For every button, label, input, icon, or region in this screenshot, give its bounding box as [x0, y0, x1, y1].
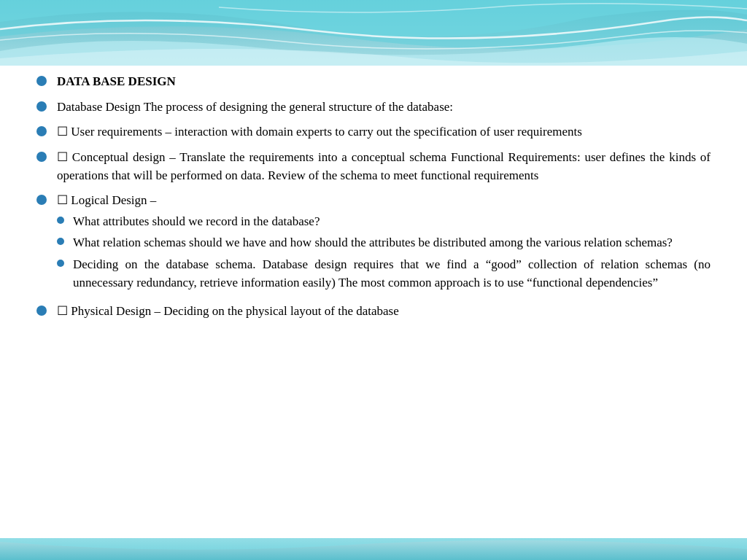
logical-sub3-text: Deciding on the database schema. Databas… — [73, 256, 711, 292]
main-list: DATA BASE DESIGN Database Design The pro… — [36, 73, 711, 321]
logical-subitem-1: What attributes should we record in the … — [57, 213, 711, 231]
logical-sublist: What attributes should we record in the … — [57, 213, 711, 292]
logical-text: ☐ Logical Design – — [57, 193, 156, 207]
user-req-text: ☐ User requirements – interaction with d… — [57, 123, 711, 141]
bullet-circle-4 — [36, 195, 47, 205]
bullet-circle-3 — [36, 152, 47, 162]
page-title: DATA BASE DESIGN — [57, 73, 711, 91]
list-item-db-design: Database Design The process of designing… — [36, 98, 711, 117]
db-design-text: Database Design The process of designing… — [57, 98, 711, 117]
bullet-circle-small-3 — [57, 260, 64, 267]
logical-subitem-3: Deciding on the database schema. Databas… — [57, 256, 711, 292]
bullet-circle-1 — [36, 101, 47, 112]
bullet-circle-5 — [36, 306, 47, 316]
bullet-circle-title — [36, 76, 47, 86]
logical-sub1-text: What attributes should we record in the … — [73, 213, 711, 231]
main-content: DATA BASE DESIGN Database Design The pro… — [0, 66, 747, 538]
list-item-physical: ☐ Physical Design – Deciding on the phys… — [36, 303, 711, 321]
bullet-circle-small-2 — [57, 238, 64, 245]
title-item: DATA BASE DESIGN — [36, 73, 711, 91]
list-item-user-req: ☐ User requirements – interaction with d… — [36, 123, 711, 141]
footer-decoration — [0, 538, 747, 560]
physical-text: ☐ Physical Design – Deciding on the phys… — [57, 303, 711, 321]
logical-sub2-text: What relation schemas should we have and… — [73, 234, 711, 252]
bullet-circle-2 — [36, 126, 47, 136]
logical-container: ☐ Logical Design – What attributes shoul… — [57, 192, 711, 295]
logical-subitem-2: What relation schemas should we have and… — [57, 234, 711, 252]
conceptual-text: ☐ Conceptual design – Translate the requ… — [57, 149, 711, 184]
list-item-logical: ☐ Logical Design – What attributes shoul… — [36, 192, 711, 295]
header-decoration — [0, 0, 747, 66]
bullet-circle-small-1 — [57, 217, 64, 224]
list-item-conceptual: ☐ Conceptual design – Translate the requ… — [36, 149, 711, 184]
